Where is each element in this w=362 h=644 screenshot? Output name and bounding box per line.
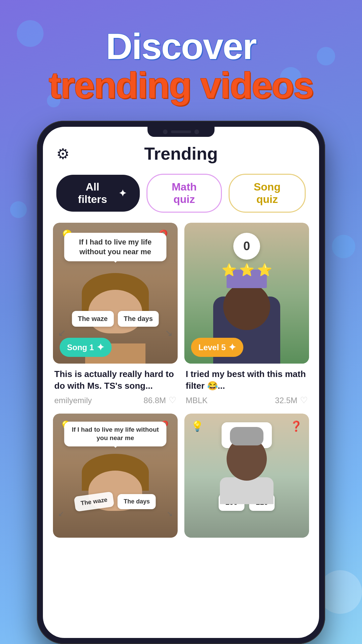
sensor-dot (194, 129, 199, 134)
phone-mockup: ⚙ Trending All filters ✦ Math quiz Song … (37, 121, 325, 644)
answer-btn-1b[interactable]: The days (118, 311, 159, 327)
person-body-4 (220, 477, 274, 504)
quiz-question-text-1: If I had to live my life without you nea… (79, 238, 152, 256)
star-3: ⭐ (257, 263, 272, 277)
settings-icon[interactable]: ⚙ (56, 145, 69, 162)
tab-math-quiz[interactable]: Math quiz (146, 174, 222, 213)
video-author-1: emilyemily (54, 396, 92, 405)
arrow-left-1: ↙ (58, 327, 66, 338)
app-title: Trending (144, 144, 218, 164)
video-thumb-4: 💡 ❓ 19+91 100 110 (184, 414, 309, 538)
video-grid: 💡 ❓ If I had to live my life without you… (43, 223, 319, 538)
video-likes-1: 86.8M ♡ (143, 395, 176, 406)
heart-icon-2[interactable]: ♡ (300, 395, 308, 406)
tab-all-label: All filters (70, 181, 115, 206)
quiz-question-bubble-3: If I had to live my life without you nea… (64, 422, 166, 446)
video-desc-1: This is actually really hard to do with … (54, 368, 176, 392)
video-desc-2: I tried my best with this math filter 😂.… (186, 368, 308, 392)
all-sparkle-icon: ✦ (119, 188, 126, 199)
star-1: ⭐ (222, 263, 237, 277)
bg-bubble-6 (332, 235, 355, 258)
question-mark-right-4: ❓ (290, 420, 302, 432)
phone-notch (147, 127, 215, 137)
video-thumb-1: 💡 ❓ If I had to live my life without you… (53, 223, 178, 364)
arrow-left-3: ↙ (58, 509, 64, 518)
video-card-2[interactable]: 0 ⭐ ⭐ ⭐ Level 5 ✦ I tried my bes (184, 223, 309, 407)
hero-title-discover: Discover (0, 27, 362, 66)
person-hat-4 (230, 427, 263, 445)
quiz-question-bubble-1: If I had to live my life without you nea… (64, 233, 166, 261)
video-card-1[interactable]: 💡 ❓ If I had to live my life without you… (53, 223, 178, 407)
video-likes-2: 32.5M ♡ (275, 395, 308, 406)
song-badge-icon-1: ✦ (97, 342, 104, 353)
heart-icon-1[interactable]: ♡ (169, 395, 176, 406)
video-card-4[interactable]: 💡 ❓ 19+91 100 110 (184, 414, 309, 538)
score-circle-2: 0 (233, 233, 260, 260)
video-card-3[interactable]: 💡 ❓ If I had to live my life without you… (53, 414, 178, 538)
question-mark-left-4: 💡 (191, 420, 203, 432)
likes-count-1: 86.8M (143, 396, 166, 405)
hero-section: Discover trending videos (0, 0, 362, 104)
video-meta-2: MBLK 32.5M ♡ (186, 395, 308, 406)
filter-tabs: All filters ✦ Math quiz Song quiz (43, 170, 319, 223)
answer-btn-3b[interactable]: The days (118, 494, 156, 509)
song-badge-label-1: Song 1 (67, 343, 94, 352)
tab-all-filters[interactable]: All filters ✦ (56, 175, 140, 212)
video-thumb-3: 💡 ❓ If I had to live my life without you… (53, 414, 178, 538)
person-figure-4 (217, 437, 277, 504)
level-badge-label-2: Level 5 (198, 343, 226, 352)
phone-screen: ⚙ Trending All filters ✦ Math quiz Song … (43, 127, 319, 638)
video-info-2: I tried my best with this math filter 😂.… (184, 364, 309, 407)
arrow-right-3: ↘ (167, 509, 173, 518)
video-thumb-2: 0 ⭐ ⭐ ⭐ Level 5 ✦ (184, 223, 309, 364)
quiz-question-text-3: If I had to live my life without you nea… (72, 426, 159, 441)
answer-btn-3a[interactable]: The waze (74, 491, 114, 512)
hero-title-trending: trending videos (0, 66, 362, 105)
answer-options-3: The waze The days (59, 494, 172, 509)
answer-options-1: The waze The days (59, 311, 172, 327)
video-author-2: MBLK (186, 396, 207, 405)
tab-song-quiz[interactable]: Song quiz (229, 174, 306, 213)
man-head (223, 283, 270, 330)
likes-count-2: 32.5M (275, 396, 297, 405)
stars-row-2: ⭐ ⭐ ⭐ (222, 263, 272, 277)
bg-bubble-5 (10, 201, 27, 218)
level-badge-icon-2: ✦ (228, 342, 236, 353)
video-info-1: This is actually really hard to do with … (53, 364, 178, 407)
song-badge-1: Song 1 ✦ (60, 338, 112, 357)
camera-dot (163, 129, 168, 134)
score-value-2: 0 (243, 239, 250, 253)
star-2: ⭐ (239, 263, 254, 277)
level-badge-2: Level 5 ✦ (191, 338, 243, 357)
answer-btn-1a[interactable]: The waze (72, 311, 114, 327)
video-meta-1: emilyemily 86.8M ♡ (54, 395, 176, 406)
arrow-right-1: ↘ (165, 327, 173, 338)
speaker-bar (171, 130, 191, 133)
